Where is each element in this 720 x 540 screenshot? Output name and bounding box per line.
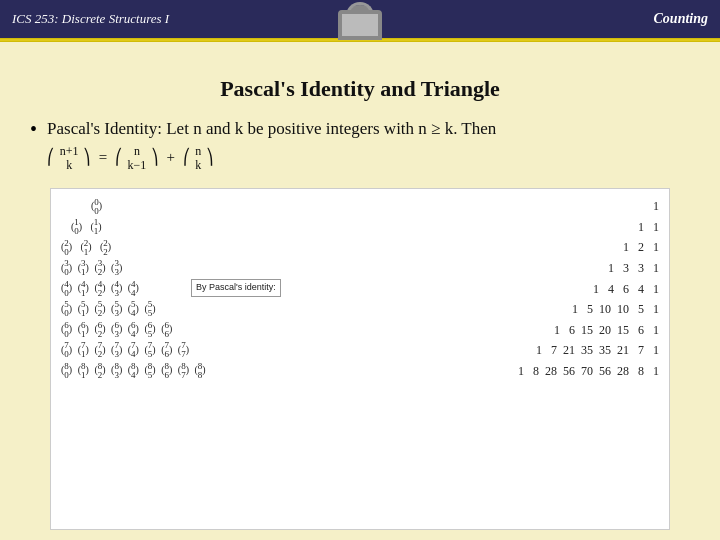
triangle-row-3: (30) (31) (32) (33) bbox=[61, 259, 459, 277]
triangle-row-5: (50) (51) (52) (53) (54) (55) bbox=[61, 300, 459, 318]
slide-title: Pascal's Identity and Triangle bbox=[30, 76, 690, 102]
bullet-dot: • bbox=[30, 118, 37, 141]
right-row-8: 1 8 28 56 70 56 28 8 1 bbox=[518, 362, 659, 381]
bullet-text: Pascal's Identity: Let n and k be positi… bbox=[47, 116, 496, 172]
clip-graphic bbox=[330, 0, 390, 48]
triangle-row-1: (10) (11) bbox=[61, 218, 459, 236]
right-row-2: 1 2 1 bbox=[623, 238, 659, 257]
triangle-row-8: (80) (81) (82) (83) (84) (85) (86) (87) … bbox=[61, 361, 459, 379]
formula-display: ⎛ n+1 k ⎞ = ⎛ n k−1 ⎞ bbox=[47, 144, 214, 173]
bullet-point: • Pascal's Identity: Let n and k be posi… bbox=[30, 116, 690, 172]
course-title: ICS 253: Discrete Structures I bbox=[12, 11, 169, 27]
right-row-4: 1 4 6 4 1 bbox=[593, 280, 659, 299]
slide-content: Pascal's Identity and Triangle • Pascal'… bbox=[0, 38, 720, 540]
triangle-box: (00) (10) (11) (20) (21) bbox=[50, 188, 670, 530]
pascal-identity-label: By Pascal's identity: bbox=[191, 279, 281, 297]
triangle-row-4: (40) (41) (42) (43) (44) By Pascal's ide… bbox=[61, 279, 459, 297]
section-label: Counting bbox=[654, 11, 708, 27]
identity-text: Pascal's Identity: Let n and k be positi… bbox=[47, 119, 496, 138]
right-row-1: 1 1 bbox=[638, 218, 659, 237]
triangle-left: (00) (10) (11) (20) (21) bbox=[61, 197, 459, 521]
right-row-5: 1 5 10 10 5 1 bbox=[572, 300, 659, 319]
right-row-7: 1 7 21 35 35 21 7 1 bbox=[536, 341, 659, 360]
triangle-row-7: (70) (71) (72) (73) (74) (75) (76) (77) bbox=[61, 341, 459, 359]
triangle-row-2: (20) (21) (22) bbox=[61, 238, 459, 256]
right-row-3: 1 3 3 1 bbox=[608, 259, 659, 278]
clip bbox=[330, 0, 390, 48]
triangle-row-0: (00) bbox=[61, 197, 459, 215]
formula-line: ⎛ n+1 k ⎞ = ⎛ n k−1 ⎞ bbox=[47, 144, 496, 173]
right-row-6: 1 6 15 20 15 6 1 bbox=[554, 321, 659, 340]
right-row-0: 1 bbox=[653, 197, 659, 216]
clip-body bbox=[338, 10, 382, 40]
triangle-right: 1 1 1 1 2 1 1 3 3 1 1 4 6 4 1 1 5 10 10 … bbox=[459, 197, 659, 521]
triangle-row-6: (60) (61) (62) (63) (64) (65) (66) bbox=[61, 320, 459, 338]
slide: ICS 253: Discrete Structures I 40 Counti… bbox=[0, 0, 720, 540]
